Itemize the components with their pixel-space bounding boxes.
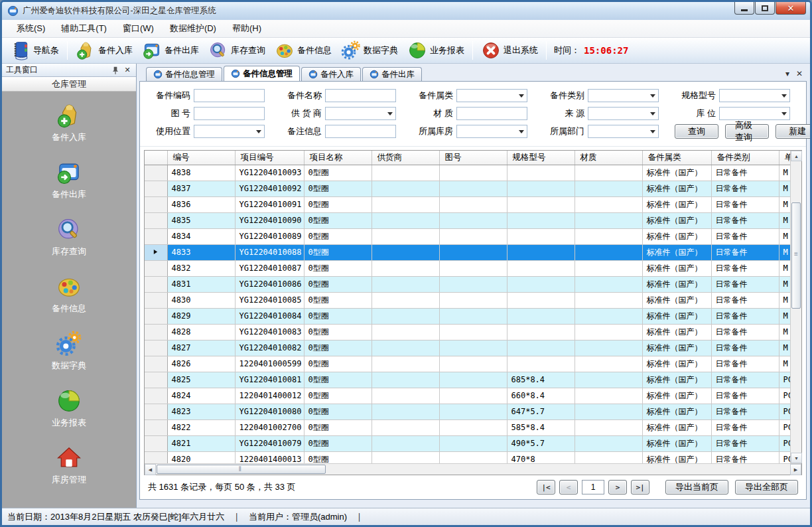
dock-section-header[interactable]: 仓库管理 — [2, 77, 136, 92]
cell-name[interactable]: 0型圈 — [304, 324, 372, 340]
cell-drawing[interactable] — [439, 165, 507, 181]
cell-no[interactable]: 4828 — [167, 324, 235, 340]
menu-item-2[interactable]: 窗口(W) — [115, 20, 162, 37]
row-selector[interactable] — [145, 404, 167, 419]
spec-model-select[interactable] — [719, 89, 790, 102]
cell-type[interactable]: 日常备件 — [711, 404, 779, 419]
cell-supplier[interactable] — [372, 165, 439, 181]
cell-project_no[interactable]: YG12204010091 — [235, 196, 304, 212]
cell-material[interactable] — [575, 196, 642, 212]
cell-project_no[interactable]: YG12204010089 — [235, 228, 304, 244]
cell-unit[interactable]: M — [779, 340, 790, 356]
cell-no[interactable]: 4836 — [167, 196, 235, 212]
cell-category[interactable]: 标准件（国产） — [642, 244, 711, 260]
cell-project_no[interactable]: YG12204010085 — [235, 292, 304, 308]
row-selector[interactable] — [145, 196, 167, 212]
cell-category[interactable]: 标准件（国产） — [642, 292, 711, 308]
table-row[interactable]: 4829YG122040100840型圈标准件（国产）日常备件M — [145, 308, 790, 324]
cell-drawing[interactable] — [439, 308, 507, 324]
toolbar-button-data-dict[interactable]: 数据字典 — [336, 39, 403, 62]
cell-category[interactable]: 标准件（国产） — [642, 435, 711, 451]
department-select[interactable] — [588, 125, 659, 138]
cell-material[interactable] — [575, 308, 642, 324]
tab-0[interactable]: 备件信息管理 — [146, 67, 222, 81]
cell-supplier[interactable] — [372, 340, 439, 356]
cell-spec[interactable] — [507, 212, 575, 228]
cell-no[interactable]: 4838 — [167, 165, 235, 181]
row-selector[interactable] — [145, 308, 167, 324]
row-selector[interactable] — [145, 165, 167, 181]
cell-material[interactable] — [575, 292, 642, 308]
scroll-down-icon[interactable]: ▼ — [791, 453, 802, 463]
cell-unit[interactable]: PC — [779, 372, 790, 388]
cell-supplier[interactable] — [372, 451, 439, 463]
spare-name-input[interactable] — [325, 89, 396, 102]
cell-material[interactable] — [575, 165, 642, 181]
menu-item-1[interactable]: 辅助工具(T) — [53, 20, 115, 37]
drawing-no-input[interactable] — [194, 107, 265, 120]
cell-no[interactable]: 4834 — [167, 228, 235, 244]
column-header-图号[interactable]: 图号 — [439, 151, 507, 165]
cell-no[interactable]: 4837 — [167, 181, 235, 196]
row-selector[interactable] — [145, 324, 167, 340]
cell-no[interactable]: 4833 — [167, 244, 235, 260]
cell-category[interactable]: 标准件（国产） — [642, 165, 711, 181]
table-row[interactable]: 4838YG122040100930型圈标准件（国产）日常备件M — [145, 165, 790, 181]
sidebar-item-spare-in[interactable]: 备件入库 — [2, 102, 136, 143]
cell-name[interactable]: 0型圈 — [304, 308, 372, 324]
scroll-up-icon[interactable]: ▲ — [791, 151, 802, 161]
cell-material[interactable] — [575, 181, 642, 196]
cell-material[interactable] — [575, 324, 642, 340]
cell-drawing[interactable] — [439, 372, 507, 388]
cell-unit[interactable]: M — [779, 196, 790, 212]
cell-category[interactable]: 标准件（国产） — [642, 228, 711, 244]
column-header-项目编号[interactable]: 项目编号 — [235, 151, 304, 165]
cell-name[interactable]: 0型圈 — [304, 165, 372, 181]
cell-type[interactable]: 日常备件 — [711, 212, 779, 228]
use-position-select[interactable] — [194, 125, 265, 138]
spare-genus-select[interactable] — [456, 89, 527, 102]
cell-type[interactable]: 日常备件 — [711, 276, 779, 292]
table-row[interactable]: 4836YG122040100910型圈标准件（国产）日常备件M — [145, 196, 790, 212]
table-row[interactable]: 4834YG122040100890型圈标准件（国产）日常备件M — [145, 228, 790, 244]
export-all-pages-button[interactable]: 导出全部页 — [735, 480, 798, 494]
remark-input[interactable] — [325, 125, 396, 138]
cell-supplier[interactable] — [372, 308, 439, 324]
cell-type[interactable]: 日常备件 — [711, 308, 779, 324]
cell-unit[interactable]: PC — [779, 435, 790, 451]
menu-item-4[interactable]: 帮助(H) — [224, 20, 269, 37]
table-row[interactable]: 482412204014000120型圈660*8.4标准件（国产）日常备件PC — [145, 388, 790, 404]
cell-no[interactable]: 4821 — [167, 435, 235, 451]
cell-project_no[interactable]: 1220401000599 — [235, 356, 304, 372]
cell-type[interactable]: 日常备件 — [711, 292, 779, 308]
cell-category[interactable]: 标准件（国产） — [642, 196, 711, 212]
sidebar-item-data-dict[interactable]: 数据字典 — [2, 331, 136, 372]
table-row[interactable]: 482212204010027000型圈585*8.4标准件（国产）日常备件PC — [145, 419, 790, 435]
cell-spec[interactable] — [507, 324, 575, 340]
table-row[interactable]: 4830YG122040100850型圈标准件（国产）日常备件M — [145, 292, 790, 308]
warehouse-select[interactable] — [456, 125, 527, 138]
cell-drawing[interactable] — [439, 419, 507, 435]
table-row[interactable]: 4821YG122040100790型圈490*5.7标准件（国产）日常备件PC — [145, 435, 790, 451]
toolbar-button-nav-bar[interactable]: 导航条 — [6, 39, 64, 62]
cell-material[interactable] — [575, 356, 642, 372]
table-row-selected[interactable]: 4833YG122040100880型圈标准件（国产）日常备件M — [145, 244, 790, 260]
cell-drawing[interactable] — [439, 451, 507, 463]
cell-name[interactable]: 0型圈 — [304, 276, 372, 292]
cell-drawing[interactable] — [439, 228, 507, 244]
cell-category[interactable]: 标准件（国产） — [642, 451, 711, 463]
advanced-query-button[interactable]: 高级查询 — [725, 124, 769, 139]
toolbar-button-spare-in[interactable]: 备件入库 — [71, 39, 137, 62]
cell-unit[interactable]: M — [779, 165, 790, 181]
cell-spec[interactable] — [507, 260, 575, 276]
cell-category[interactable]: 标准件（国产） — [642, 388, 711, 404]
table-row[interactable]: 4825YG122040100810型圈685*8.4标准件（国产）日常备件PC — [145, 372, 790, 388]
tab-2[interactable]: 备件入库 — [301, 67, 361, 81]
cell-spec[interactable]: 585*8.4 — [507, 419, 575, 435]
table-row[interactable]: 4827YG122040100820型圈标准件（国产）日常备件M — [145, 340, 790, 356]
cell-type[interactable]: 日常备件 — [711, 451, 779, 463]
cell-type[interactable]: 日常备件 — [711, 435, 779, 451]
cell-supplier[interactable] — [372, 419, 439, 435]
column-header-selector[interactable] — [145, 151, 167, 165]
new-button[interactable]: 新建 — [776, 124, 812, 139]
